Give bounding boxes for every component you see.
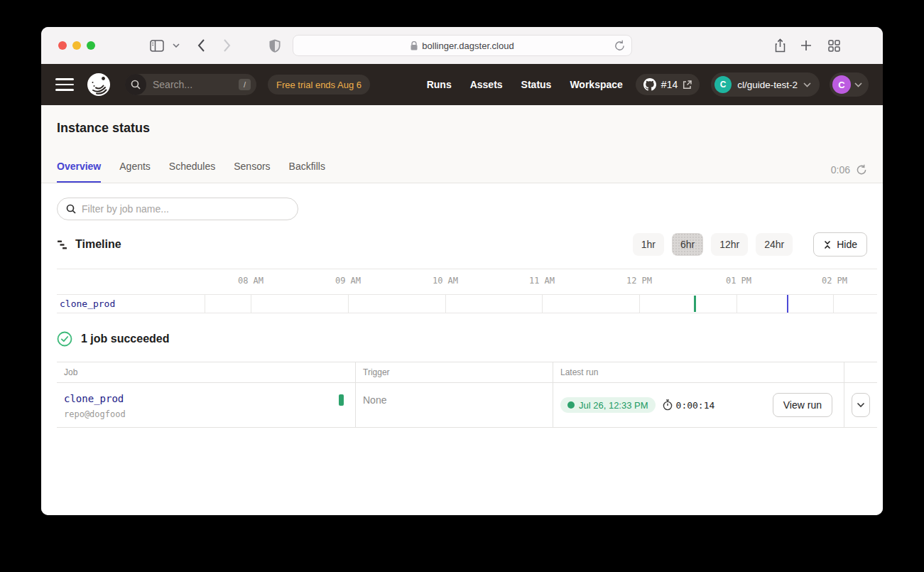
sidebar-chevron-icon[interactable]: [170, 37, 182, 54]
job-filter-input[interactable]: [82, 203, 289, 215]
nav-runs[interactable]: Runs: [427, 79, 452, 90]
deployment-switcher[interactable]: C cl/guide-test-2: [711, 72, 820, 97]
timeline-chart: 08 AM 09 AM 10 AM 11 AM 12 PM 01 PM 02 P…: [57, 269, 877, 313]
range-24hr-button[interactable]: 24hr: [756, 233, 793, 256]
job-filter[interactable]: [57, 198, 298, 220]
tab-sensors[interactable]: Sensors: [234, 161, 270, 183]
timeline-range-buttons: 1hr 6hr 12hr 24hr Hide: [633, 232, 867, 257]
github-pr-link[interactable]: #14: [636, 74, 700, 95]
axis-tick: 01 PM: [717, 276, 760, 286]
search-icon: [66, 204, 76, 214]
window-controls: [58, 41, 95, 50]
job-link[interactable]: clone_prod: [64, 393, 126, 404]
search-shortcut-key: /: [239, 79, 251, 90]
timeline-row-clone-prod[interactable]: clone_prod: [57, 294, 877, 313]
lock-icon: [411, 41, 418, 50]
reload-icon[interactable]: [614, 40, 625, 54]
privacy-shield-icon[interactable]: [266, 37, 284, 54]
address-bar[interactable]: bollinger.dagster.cloud: [293, 35, 632, 56]
range-12hr-button[interactable]: 12hr: [711, 233, 748, 256]
column-header-actions: [844, 362, 877, 382]
nav-status[interactable]: Status: [521, 79, 552, 90]
axis-tick: 12 PM: [618, 276, 661, 286]
refresh-countdown: 0:06: [831, 164, 850, 176]
github-icon: [643, 78, 656, 91]
external-link-icon: [683, 80, 692, 90]
tab-overview[interactable]: Overview: [57, 161, 101, 183]
row-expand-button[interactable]: [852, 393, 870, 417]
deployment-name: cl/guide-test-2: [737, 80, 798, 90]
current-time-line: [787, 295, 788, 313]
axis-tick: 11 AM: [521, 276, 563, 286]
trial-badge[interactable]: Free trial ends Aug 6: [268, 75, 370, 95]
range-6hr-button[interactable]: 6hr: [672, 233, 703, 256]
share-icon[interactable]: [771, 37, 789, 54]
user-menu[interactable]: C: [830, 72, 869, 97]
latest-run-badge[interactable]: Jul 26, 12:33 PM: [560, 397, 656, 413]
page-header: Instance status Overview Agents Schedule…: [41, 105, 883, 183]
refresh-icon[interactable]: [856, 164, 867, 176]
chevron-down-icon: [857, 402, 865, 408]
axis-tick: 09 AM: [327, 276, 369, 286]
tab-backfills[interactable]: Backfills: [289, 161, 325, 183]
run-success-marker[interactable]: [694, 296, 696, 312]
run-status-mini-bar[interactable]: [339, 394, 344, 406]
minimize-window-button[interactable]: [72, 41, 81, 50]
search-placeholder: Search...: [153, 79, 232, 90]
tab-schedules[interactable]: Schedules: [169, 161, 215, 183]
app-header: Search... / Free trial ends Aug 6 Runs A…: [41, 64, 883, 105]
menu-icon[interactable]: [55, 78, 74, 91]
trigger-value: None: [355, 383, 553, 427]
deployment-avatar: C: [714, 76, 732, 93]
column-header-latest-run: Latest run: [553, 362, 844, 382]
column-header-job: Job: [57, 362, 355, 382]
auto-refresh-timer: 0:06: [831, 164, 867, 176]
table-header-row: Job Trigger Latest run: [57, 362, 877, 383]
search-icon: [125, 74, 146, 95]
page-title: Instance status: [57, 121, 867, 136]
close-window-button[interactable]: [58, 41, 67, 50]
status-tabs: Overview Agents Schedules Sensors Backfi…: [57, 161, 325, 183]
axis-tick: 08 AM: [229, 276, 272, 286]
timeline-job-label[interactable]: clone_prod: [60, 298, 115, 309]
job-repo-label: repo@dogfood: [64, 409, 126, 419]
chevron-down-icon: [854, 82, 862, 87]
url-text: bollinger.dagster.cloud: [422, 41, 513, 51]
run-duration: 0:00:14: [663, 399, 715, 411]
timeline-icon: [57, 239, 68, 250]
main-nav: Runs Assets Status Workspace: [427, 79, 623, 90]
axis-tick: 10 AM: [424, 276, 467, 286]
range-1hr-button[interactable]: 1hr: [633, 233, 664, 256]
overview-content: Timeline 1hr 6hr 12hr 24hr Hide 08 AM 09…: [41, 183, 883, 515]
stopwatch-icon: [663, 399, 673, 411]
jobs-summary: 1 job succeeded: [57, 331, 867, 347]
table-row: clone_prod repo@dogfood None Jul 26, 12:…: [57, 383, 877, 428]
latest-run-time: Jul 26, 12:33 PM: [579, 400, 648, 411]
forward-button[interactable]: [217, 37, 236, 54]
pr-number: #14: [661, 79, 678, 90]
new-tab-icon[interactable]: [797, 37, 815, 54]
browser-window: bollinger.dagster.cloud: [41, 27, 883, 515]
collapse-icon: [823, 240, 832, 249]
nav-workspace[interactable]: Workspace: [570, 79, 622, 90]
success-dot-icon: [567, 401, 575, 409]
hide-timeline-button[interactable]: Hide: [813, 232, 867, 257]
dagster-logo[interactable]: [87, 72, 111, 97]
view-run-button[interactable]: View run: [773, 393, 832, 417]
timeline-header: Timeline 1hr 6hr 12hr 24hr Hide: [57, 232, 867, 257]
tab-agents[interactable]: Agents: [119, 161, 151, 183]
tab-overview-icon[interactable]: [825, 37, 843, 54]
column-header-trigger: Trigger: [355, 362, 553, 382]
timeline-title: Timeline: [75, 238, 121, 251]
browser-toolbar: bollinger.dagster.cloud: [41, 27, 883, 64]
axis-tick: 02 PM: [813, 276, 856, 286]
chevron-down-icon: [803, 82, 811, 87]
duration-value: 0:00:14: [676, 400, 715, 411]
sidebar-toggle-icon[interactable]: [148, 37, 166, 54]
user-avatar: C: [832, 75, 851, 94]
zoom-window-button[interactable]: [87, 41, 95, 50]
summary-text: 1 job succeeded: [81, 333, 170, 345]
nav-assets[interactable]: Assets: [470, 79, 503, 90]
global-search[interactable]: Search... /: [125, 74, 256, 95]
back-button[interactable]: [192, 37, 210, 54]
